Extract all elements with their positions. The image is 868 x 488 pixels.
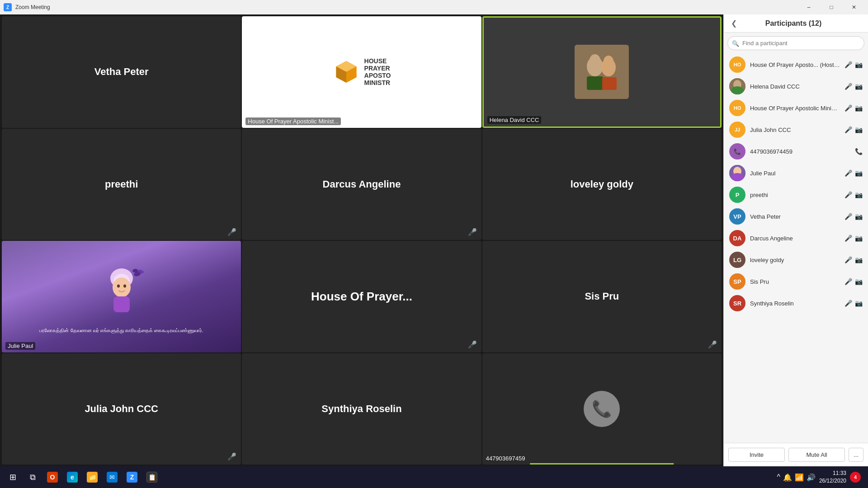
video-cell-julia-john: Julia John CCC 🎤 (2, 353, 241, 465)
p-controls-julia: 🎤 📷 (844, 126, 863, 133)
p-avatar-phone: 📞 (729, 143, 745, 160)
taskbar: ⊞ ⧉ O e 📁 ✉ Z 📋 ^ 🔔 📶 🔊 11:33 26/12/2020… (0, 466, 868, 488)
video-off-icon-darcus: 📷 (855, 235, 863, 242)
edge-icon: e (67, 472, 78, 483)
taskview-button[interactable]: ⧉ (24, 468, 42, 486)
panel-collapse-button[interactable]: ❮ (731, 19, 737, 28)
participant-name-darcus: Darcus Angeline (323, 178, 401, 190)
tray-wifi-icon[interactable]: 📶 (795, 473, 804, 482)
video-off-icon-julie: 📷 (855, 169, 863, 177)
mute-all-button[interactable]: Mute All (788, 448, 845, 462)
video-off-icon-hop2: 📷 (855, 104, 863, 112)
participant-row-sis-pru[interactable]: SP Sis Pru 🎤 📷 (724, 271, 868, 292)
svg-rect-16 (113, 296, 130, 312)
search-input[interactable] (727, 36, 864, 50)
video-cell-vetha-peter: Vetha Peter (2, 16, 241, 128)
extra-app[interactable]: 📋 (143, 468, 161, 486)
video-cell-synthiya: Synthiya Roselin (242, 353, 481, 465)
explorer-app[interactable]: 📁 (83, 468, 101, 486)
main-content: Vetha Peter HOUSE PRAYER APOSTO MINISTR … (0, 14, 868, 466)
p-controls-sis-pru: 🎤 📷 (844, 278, 863, 285)
tray-chevron-icon[interactable]: ^ (777, 473, 780, 481)
helena-photo (575, 45, 629, 99)
julie-decorative-svg (94, 267, 149, 326)
video-cell-darcus: Darcus Angeline 🎤 (242, 129, 481, 240)
participant-row-preethi[interactable]: P preethi 🎤 📷 (724, 184, 868, 206)
video-cell-hop-logo: HOUSE PRAYER APOSTO MINISTR House Of Pra… (242, 16, 481, 128)
clock-date: 26/12/2020 (819, 477, 846, 485)
p-avatar-sis-pru: SP (729, 273, 745, 290)
mic-icon-julia: 🎤 (844, 126, 852, 133)
svg-rect-8 (602, 77, 617, 90)
julie-bg: பரலோகத்தின் தேவனான வர் எங்களுத்து காரியத… (2, 241, 241, 352)
phone-icon-circle: 📞 (584, 391, 620, 427)
title-bar-left: Z Zoom Meeting (4, 3, 50, 11)
p-avatar-hop-host: HO (729, 56, 745, 73)
participant-row-synthiya[interactable]: SR Synthiya Roselin 🎤 📷 (724, 292, 868, 314)
p-name-hop-host: House Of Prayer Aposto... (Host, me) (750, 61, 840, 68)
participant-row-hop-host[interactable]: HO House Of Prayer Aposto... (Host, me) … (724, 54, 868, 75)
svg-point-14 (117, 285, 120, 288)
video-cell-phone: 📞 447903697459 (482, 353, 722, 465)
close-button[interactable]: ✕ (844, 0, 864, 14)
notification-badge[interactable]: 4 (850, 472, 861, 483)
p-name-hop2: House Of Prayer Apostolic Ministri... (750, 105, 840, 112)
mail-icon: ✉ (107, 472, 118, 483)
p-avatar-preethi: P (729, 187, 745, 203)
video-off-icon-hop-host: 📷 (855, 61, 863, 68)
video-cell-hop-text: House Of Prayer... 🎤 (242, 241, 481, 352)
participant-row-vetha[interactable]: VP Vetha Peter 🎤 📷 (724, 206, 868, 227)
invite-button[interactable]: Invite (728, 448, 785, 462)
p-avatar-synthiya: SR (729, 295, 745, 311)
zoom-icon: Z (127, 472, 137, 483)
participant-row-phone[interactable]: 📞 4479036974459 📞 (724, 141, 868, 162)
p-name-loveley: loveley goldy (750, 257, 840, 263)
participant-row-helena[interactable]: Helena David CCC 🎤 📷 (724, 75, 868, 97)
tray-speaker-icon[interactable]: 🔔 (783, 473, 792, 482)
svg-point-9 (590, 54, 600, 67)
p-controls-phone: 📞 (855, 148, 863, 155)
svg-rect-7 (587, 76, 603, 90)
participants-panel: ❮ Participants (12) 🔍 HO House Of Prayer… (723, 14, 868, 466)
more-button[interactable]: ... (849, 448, 863, 462)
hop-logo-line4: MINISTR (364, 79, 391, 86)
hop-logo-name-label: House Of Prayer Apostolic Minist... (245, 117, 341, 125)
p-controls-synthiya: 🎤 📷 (844, 300, 863, 307)
svg-point-15 (123, 285, 126, 288)
p-name-sis-pru: Sis Pru (750, 278, 840, 285)
video-off-icon-synthiya: 📷 (855, 300, 863, 307)
p-avatar-hop2: HO (729, 100, 745, 116)
helena-name-label: Helena David CCC (487, 116, 542, 124)
start-button[interactable]: ⊞ (4, 468, 22, 486)
video-off-icon-loveley: 📷 (855, 256, 863, 263)
zoom-app[interactable]: Z (123, 468, 141, 486)
panel-header: ❮ Participants (12) (724, 14, 868, 33)
maximize-button[interactable]: □ (821, 0, 842, 14)
svg-point-13 (113, 277, 131, 297)
participant-name-synthiya: Synthiya Roselin (321, 403, 401, 415)
speaking-indicator (530, 463, 674, 465)
edge-app[interactable]: e (63, 468, 81, 486)
participant-row-julia[interactable]: JJ Julia John CCC 🎤 📷 (724, 119, 868, 141)
svg-point-10 (604, 56, 613, 67)
phone-icon-phone: 📞 (855, 148, 863, 155)
helena-avatar-photo (729, 78, 745, 94)
tray-volume-icon[interactable]: 🔊 (807, 473, 816, 482)
office-app[interactable]: O (43, 468, 61, 486)
participant-row-loveley[interactable]: LG loveley goldy 🎤 📷 (724, 249, 868, 271)
julie-avatar-photo (729, 165, 745, 181)
participant-row-julie[interactable]: Julie Paul 🎤 📷 (724, 162, 868, 184)
video-off-icon-vetha: 📷 (855, 213, 863, 220)
participant-name-hop-text: House Of Prayer... (311, 290, 412, 304)
participant-row-darcus[interactable]: DA Darcus Angeline 🎤 📷 (724, 227, 868, 249)
participant-row-hop2[interactable]: HO House Of Prayer Apostolic Ministri...… (724, 97, 868, 119)
sis-pru-muted-icon: 🎤 (708, 340, 717, 349)
minimize-button[interactable]: – (798, 0, 819, 14)
mic-icon-preethi: 🎤 (844, 191, 852, 198)
p-name-phone: 4479036974459 (750, 148, 850, 155)
julia-john-muted-icon: 🎤 (227, 452, 236, 461)
video-off-icon-sis-pru: 📷 (855, 278, 863, 285)
mic-icon-helena: 🎤 (844, 83, 852, 90)
clock-time: 11:33 (819, 469, 846, 477)
mail-app[interactable]: ✉ (103, 468, 121, 486)
